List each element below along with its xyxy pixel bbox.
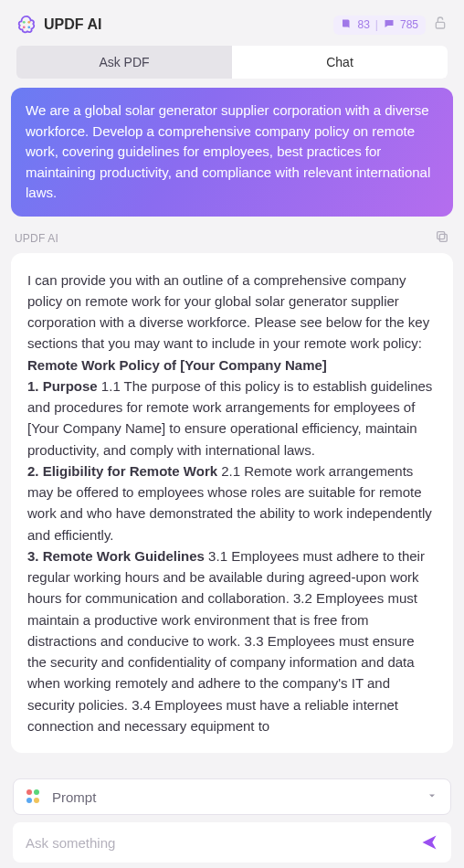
book-icon bbox=[341, 18, 352, 32]
chat-bubble-icon bbox=[384, 18, 395, 32]
count-separator: | bbox=[375, 18, 378, 31]
input-row bbox=[13, 822, 451, 863]
tab-ask-pdf[interactable]: Ask PDF bbox=[16, 46, 232, 79]
section-3: 3. Remote Work Guidelines 3.1 Employees … bbox=[27, 545, 437, 736]
svg-rect-5 bbox=[439, 234, 447, 241]
ai-label-row: UPDF AI bbox=[11, 229, 453, 253]
svg-rect-6 bbox=[438, 231, 445, 238]
user-message: We are a global solar generator supplier… bbox=[11, 88, 453, 217]
updf-logo-icon bbox=[16, 15, 37, 35]
ai-intro: I can provide you with an outline of a c… bbox=[27, 270, 437, 355]
policy-title: Remote Work Policy of [Your Company Name… bbox=[27, 355, 437, 376]
svg-rect-4 bbox=[436, 22, 444, 28]
header-right: 83 | 785 bbox=[333, 16, 448, 35]
section-3-body: 3.1 Employees must adhere to their regul… bbox=[27, 548, 425, 734]
ai-message: I can provide you with an outline of a c… bbox=[11, 253, 453, 754]
chat-area: We are a global solar generator supplier… bbox=[0, 88, 464, 768]
copy-icon[interactable] bbox=[435, 229, 449, 248]
svg-point-3 bbox=[27, 26, 30, 28]
count-2: 785 bbox=[400, 18, 418, 31]
svg-point-0 bbox=[23, 21, 26, 24]
tab-chat[interactable]: Chat bbox=[232, 46, 448, 79]
prompt-selector[interactable]: Prompt bbox=[13, 778, 451, 815]
count-1: 83 bbox=[357, 18, 369, 31]
svg-point-1 bbox=[27, 21, 30, 24]
brand: UPDF AI bbox=[16, 15, 101, 35]
section-3-head: 3. Remote Work Guidelines bbox=[27, 548, 205, 564]
header: UPDF AI 83 | 785 bbox=[0, 0, 464, 46]
send-button[interactable] bbox=[420, 833, 438, 852]
chevron-down-icon bbox=[427, 789, 438, 805]
prompt-grid-icon bbox=[26, 789, 41, 804]
section-2-head: 2. Eligibility for Remote Work bbox=[27, 463, 217, 479]
section-1-head: 1. Purpose bbox=[27, 378, 98, 394]
app-title: UPDF AI bbox=[44, 16, 101, 33]
svg-point-2 bbox=[23, 26, 26, 28]
lock-icon[interactable] bbox=[433, 16, 448, 34]
section-2: 2. Eligibility for Remote Work 2.1 Remot… bbox=[27, 460, 437, 545]
section-1: 1. Purpose 1.1 The purpose of this polic… bbox=[27, 376, 437, 460]
ai-sender-label: UPDF AI bbox=[15, 232, 58, 245]
mode-tabs: Ask PDF Chat bbox=[16, 46, 448, 79]
prompt-area: Prompt bbox=[13, 778, 451, 863]
message-input[interactable] bbox=[26, 835, 420, 851]
usage-counter[interactable]: 83 | 785 bbox=[333, 16, 426, 35]
prompt-label: Prompt bbox=[52, 789, 96, 805]
